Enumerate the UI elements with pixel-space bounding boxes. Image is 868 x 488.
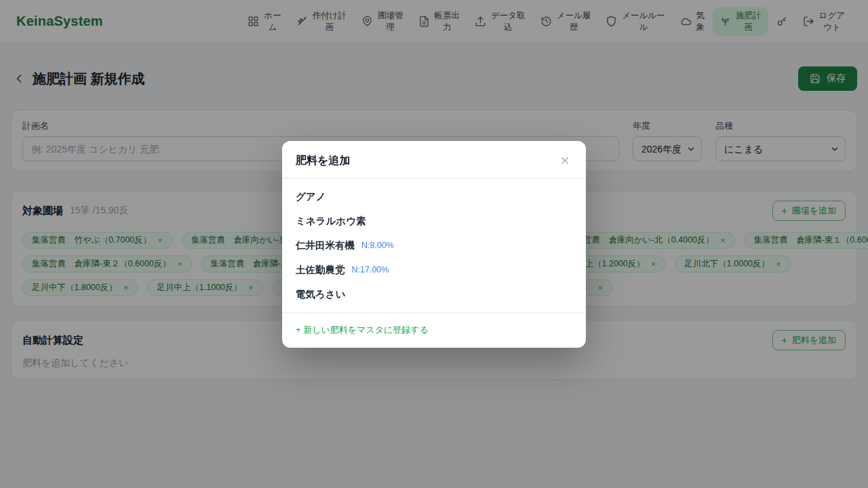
fertilizer-list-item[interactable]: 仁井田米有機 N:8.00%	[282, 233, 586, 258]
fertilizer-n-value: N:8.00%	[361, 241, 394, 250]
fertilizer-list: グアノ ミネラルホウ素 仁井田米有機 N:8.00% 土佐勤農党 N:17.00…	[282, 178, 586, 312]
fertilizer-name: 土佐勤農党	[296, 264, 345, 277]
register-new-fertilizer-link[interactable]: + 新しい肥料をマスタに登録する	[296, 324, 429, 336]
fertilizer-name: 仁井田米有機	[296, 239, 355, 252]
fertilizer-name: ミネラルホウ素	[296, 215, 366, 228]
fertilizer-list-item[interactable]: ミネラルホウ素	[282, 209, 586, 233]
modal-close-button[interactable]	[557, 153, 572, 168]
fertilizer-list-item[interactable]: 電気ろさい	[282, 282, 586, 306]
fertilizer-name: 電気ろさい	[296, 288, 346, 301]
modal-title: 肥料を追加	[296, 154, 350, 168]
fertilizer-name: グアノ	[296, 190, 326, 203]
close-icon	[559, 155, 571, 167]
fertilizer-list-item[interactable]: 土佐勤農党 N:17.00%	[282, 258, 586, 282]
add-fertilizer-modal: 肥料を追加 グアノ ミネラルホウ素 仁井田米有機 N:8.00% 土佐勤農党 N…	[282, 141, 586, 348]
fertilizer-n-value: N:17.00%	[352, 265, 389, 274]
fertilizer-list-item[interactable]: グアノ	[282, 184, 586, 209]
